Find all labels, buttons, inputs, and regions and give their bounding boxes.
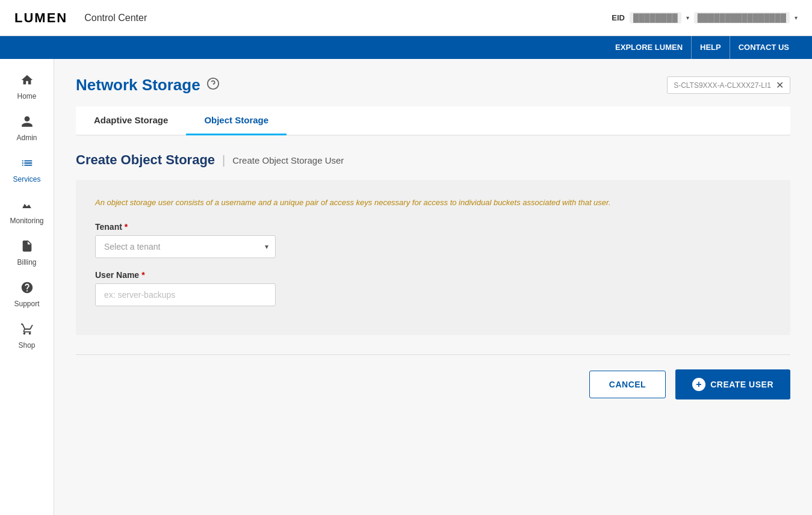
- sidebar-item-support[interactable]: Support: [0, 274, 54, 315]
- sidebar-item-home-label: Home: [17, 92, 36, 100]
- header-right: EID ████████ ▾ ████████████████ ▾: [612, 12, 798, 23]
- sidebar-item-admin-label: Admin: [16, 134, 37, 142]
- account-badge-close-icon[interactable]: ✕: [776, 79, 784, 91]
- sidebar-item-billing[interactable]: Billing: [0, 232, 54, 274]
- admin-icon: [20, 115, 34, 131]
- page-header-row: Network Storage S-CLTS9XXX-A-CLXXX27-LI1…: [76, 76, 790, 94]
- services-icon: [20, 156, 34, 173]
- content-area: Network Storage S-CLTS9XXX-A-CLXXX27-LI1…: [54, 59, 812, 515]
- breadcrumb: Create Object Storage | Create Object St…: [76, 152, 790, 168]
- create-user-button[interactable]: + CREATE USER: [675, 369, 790, 399]
- nav-explore-lumen[interactable]: EXPLORE LUMEN: [607, 36, 692, 59]
- username-input[interactable]: [95, 283, 276, 306]
- nav-help[interactable]: HELP: [692, 36, 730, 59]
- tenant-form-group: Tenant * Select a tenant ▾: [95, 222, 771, 258]
- sidebar-item-monitoring[interactable]: Monitoring: [0, 191, 54, 232]
- monitoring-icon: [20, 198, 34, 214]
- billing-icon: [20, 239, 34, 256]
- account-badge-text: S-CLTS9XXX-A-CLXXX27-LI1: [674, 81, 771, 90]
- main-layout: Home Admin Services Monitoring Billing: [0, 59, 812, 515]
- tab-adaptive-storage[interactable]: Adaptive Storage: [76, 106, 186, 135]
- action-buttons: CANCEL + CREATE USER: [76, 369, 790, 399]
- email-value: ████████████████: [694, 12, 790, 23]
- cancel-button[interactable]: CANCEL: [589, 371, 666, 398]
- email-chevron-icon[interactable]: ▾: [795, 14, 798, 21]
- tenant-required-star: *: [125, 222, 128, 232]
- tenant-select[interactable]: Select a tenant: [95, 235, 276, 258]
- eid-value: ████████: [630, 12, 681, 23]
- support-icon: [20, 281, 34, 297]
- top-header: LUMEN Control Center EID ████████ ▾ ████…: [0, 0, 812, 36]
- sidebar: Home Admin Services Monitoring Billing: [0, 59, 54, 515]
- eid-label: EID: [612, 13, 625, 22]
- app-title: Control Center: [84, 13, 147, 23]
- divider: [76, 354, 790, 355]
- logo: LUMEN: [14, 10, 67, 26]
- sidebar-item-monitoring-label: Monitoring: [10, 217, 43, 225]
- tab-object-storage[interactable]: Object Storage: [186, 106, 287, 135]
- sidebar-item-shop[interactable]: Shop: [0, 315, 54, 357]
- eid-chevron-icon[interactable]: ▾: [686, 14, 689, 21]
- home-icon: [20, 73, 34, 90]
- blue-nav: EXPLORE LUMEN HELP CONTACT US: [0, 36, 812, 59]
- sidebar-item-services-label: Services: [13, 175, 40, 183]
- tenant-label: Tenant *: [95, 222, 771, 232]
- breadcrumb-sub: Create Object Storage User: [232, 155, 344, 165]
- page-title-wrap: Network Storage: [76, 76, 220, 94]
- tenant-select-wrapper: Select a tenant ▾: [95, 235, 276, 258]
- form-description: An object storage user consists of a use…: [95, 197, 771, 209]
- form-card: An object storage user consists of a use…: [76, 180, 790, 335]
- page-title: Network Storage: [76, 76, 200, 94]
- username-required-star: *: [141, 270, 144, 280]
- plus-icon: +: [692, 378, 705, 391]
- sidebar-item-shop-label: Shop: [18, 341, 35, 350]
- sidebar-item-support-label: Support: [14, 300, 39, 308]
- shop-icon: [20, 322, 34, 339]
- breadcrumb-main: Create Object Storage: [76, 152, 215, 168]
- breadcrumb-separator: |: [222, 153, 225, 167]
- account-badge[interactable]: S-CLTS9XXX-A-CLXXX27-LI1 ✕: [667, 76, 790, 94]
- sidebar-item-services[interactable]: Services: [0, 149, 54, 191]
- sidebar-item-home[interactable]: Home: [0, 66, 54, 108]
- sidebar-item-admin[interactable]: Admin: [0, 108, 54, 149]
- tabs-container: Adaptive Storage Object Storage: [76, 106, 790, 135]
- username-form-group: User Name *: [95, 270, 771, 306]
- sidebar-item-billing-label: Billing: [17, 258, 36, 267]
- create-user-button-label: CREATE USER: [710, 380, 773, 389]
- nav-contact-us[interactable]: CONTACT US: [730, 36, 798, 59]
- username-label: User Name *: [95, 270, 771, 280]
- help-circle-icon[interactable]: [206, 77, 220, 93]
